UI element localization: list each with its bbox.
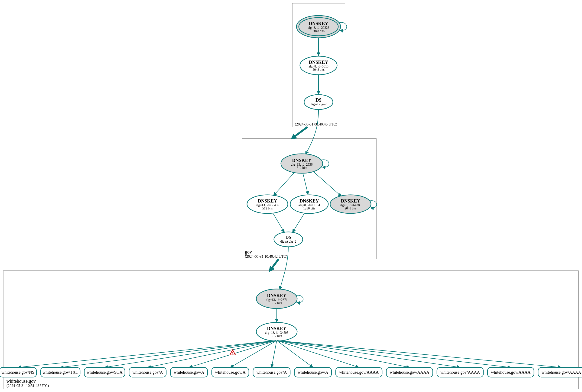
rrset-node: whitehouse.gov/A: [170, 368, 207, 377]
rrset-node: whitehouse.gov/A: [129, 368, 166, 377]
edge-govz1-govds: [273, 213, 284, 232]
svg-text:2048 bits: 2048 bits: [345, 207, 357, 210]
node-wh-zsk: DNSKEY alg=13, id=34505 512 bits: [256, 322, 297, 341]
rrset-label: whitehouse.gov/AAAA: [440, 370, 480, 374]
edge-whzsk-rrset: [277, 340, 511, 368]
rrset-node: whitehouse.gov/AAAA: [386, 368, 433, 377]
svg-text:alg=13, id=35496: alg=13, id=35496: [256, 204, 279, 207]
edge-whzsk-rrset: [272, 341, 277, 368]
rrset-label: whitehouse.gov/A: [298, 370, 328, 374]
svg-text:2048 bits: 2048 bits: [313, 29, 325, 33]
svg-text:DNSKEY: DNSKEY: [300, 198, 319, 204]
edge-whzsk-rrset: [277, 340, 561, 368]
svg-text:512 bits: 512 bits: [262, 207, 273, 210]
zone-root-ts: (2024-05-31 08:40:46 UTC): [295, 122, 337, 126]
rrset-label: whitehouse.gov/A: [256, 370, 287, 374]
edge-whzsk-rrset: [60, 340, 276, 368]
svg-text:alg=8, id=10104: alg=8, id=10104: [299, 204, 320, 207]
rrset-node: whitehouse.gov/TXT: [41, 368, 80, 377]
svg-text:digest alg=2: digest alg=2: [280, 240, 297, 243]
rrset-label: whitehouse.gov/AAAA: [390, 370, 429, 374]
svg-text:digest alg=2: digest alg=2: [311, 102, 327, 106]
svg-text:alg=13, id=2536: alg=13, id=2536: [291, 163, 313, 166]
zone-wh-ts: (2024-05-31 10:51:48 UTC): [7, 384, 49, 388]
rrset-node: whitehouse.gov/AAAA: [487, 368, 534, 377]
svg-text:DNSKEY: DNSKEY: [258, 198, 277, 204]
rrset-node: whitehouse.gov/AAAA: [336, 368, 382, 377]
svg-text:DS: DS: [316, 98, 322, 102]
rrset-label: whitehouse.gov/A: [215, 370, 245, 374]
svg-text:512 bits: 512 bits: [272, 301, 282, 305]
svg-text:DS: DS: [285, 235, 291, 240]
node-gov-ksk: DNSKEY alg=13, id=2536 512 bits: [281, 154, 329, 173]
svg-text:DNSKEY: DNSKEY: [267, 293, 286, 298]
svg-text:alg=8, id=20326: alg=8, id=20326: [308, 26, 330, 30]
zone-wh-label: whitehouse.gov: [7, 378, 36, 384]
rrset-label: whitehouse.gov/AAAA: [491, 370, 530, 374]
node-gov-z3: DNSKEY alg=8, id=64280 2048 bits: [330, 195, 377, 214]
rrset-node: whitehouse.gov/A: [294, 368, 332, 377]
zone-gov-label: gov: [245, 249, 252, 255]
edge-govz2-govds: [293, 213, 305, 232]
svg-text:alg=8, id=64280: alg=8, id=64280: [340, 204, 362, 207]
svg-text:512 bits: 512 bits: [297, 166, 307, 170]
svg-text:!: !: [232, 351, 233, 355]
rrset-label: whitehouse.gov/AAAA: [339, 370, 379, 374]
rrset-label: whitehouse.gov/TXT: [43, 370, 78, 374]
svg-text:1280 bits: 1280 bits: [303, 207, 315, 210]
svg-text:alg=8, id=5613: alg=8, id=5613: [309, 65, 329, 68]
edge-whzsk-rrset: [277, 340, 410, 368]
svg-text:DNSKEY: DNSKEY: [341, 198, 360, 204]
edge-whzsk-rrset: [105, 340, 276, 368]
node-gov-ds: DS digest alg=2: [274, 232, 303, 247]
edge-govksk-z2: [303, 174, 308, 194]
edge-rootds-govksk: [306, 110, 319, 154]
zone-gov-ts: (2024-05-31 10:40:42 UTC): [245, 254, 287, 259]
edge-govksk-z3: [314, 172, 341, 196]
rrset-node: whitehouse.gov/A: [212, 368, 249, 377]
rrset-node: whitehouse.gov/AAAA: [538, 368, 582, 377]
edge-gov-to-wh-thick: [270, 259, 278, 270]
rrset-label: whitehouse.gov/A: [174, 370, 204, 374]
svg-text:DNSKEY: DNSKEY: [309, 60, 328, 65]
node-gov-z2: DNSKEY alg=8, id=10104 1280 bits: [290, 195, 328, 214]
edge-govksk-z1: [273, 172, 294, 196]
edge-root-to-gov-thick: [293, 127, 308, 138]
svg-text:512 bits: 512 bits: [272, 334, 282, 338]
rrset-node: whitehouse.gov/NS: [0, 368, 37, 377]
node-root-zsk: DNSKEY alg=8, id=5613 2048 bits: [300, 56, 337, 75]
node-gov-z1: DNSKEY alg=13, id=35496 512 bits: [247, 195, 288, 214]
rrset-label: whitehouse.gov/AAAA: [542, 370, 581, 374]
svg-text:DNSKEY: DNSKEY: [309, 21, 328, 26]
rrset-label: whitehouse.gov/SOA: [87, 370, 123, 374]
svg-text:alg=13, id=34505: alg=13, id=34505: [265, 331, 288, 334]
svg-text:alg=13, id=2371: alg=13, id=2371: [266, 298, 288, 302]
rrset-node: whitehouse.gov/SOA: [84, 368, 125, 377]
svg-text:2048 bits: 2048 bits: [313, 68, 325, 72]
edge-whzsk-rrset: [277, 340, 460, 368]
svg-text:DNSKEY: DNSKEY: [292, 158, 312, 163]
node-wh-ksk: DNSKEY alg=13, id=2371 512 bits: [256, 289, 303, 308]
edge-govds-whksk: [280, 247, 288, 290]
zone-root-label: .: [295, 117, 296, 122]
rrset-node: whitehouse.gov/A: [253, 368, 290, 377]
rrset-label: whitehouse.gov/NS: [2, 370, 34, 374]
node-root-ds: DS digest alg=2: [304, 95, 333, 110]
svg-text:DNSKEY: DNSKEY: [267, 326, 286, 331]
rrset-label: whitehouse.gov/A: [132, 370, 163, 374]
node-root-ksk: DNSKEY alg=8, id=20326 2048 bits: [297, 16, 347, 38]
rrset-node: whitehouse.gov/AAAA: [437, 368, 483, 377]
